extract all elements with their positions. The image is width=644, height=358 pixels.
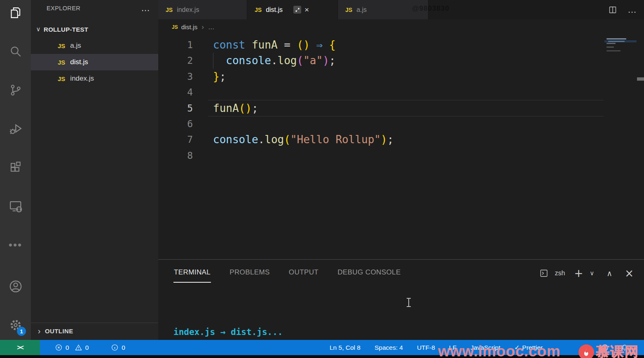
sidebar-title: EXPLORER — [47, 5, 80, 12]
js-file-icon: JS — [345, 7, 352, 13]
close-panel-icon[interactable]: × — [625, 267, 634, 279]
folder-name: ROLLUP-TEST — [44, 26, 88, 33]
tab-terminal[interactable]: TERMINAL — [173, 265, 211, 283]
explorer-sidebar: EXPLORER … ∨ ROLLUP-TEST JS a.js JS dist… — [31, 0, 158, 340]
window-bottom-edge — [0, 355, 644, 358]
js-file-icon: JS — [166, 7, 173, 13]
breadcrumb[interactable]: JS dist.js › … — [158, 19, 644, 35]
encoding[interactable]: UTF-8 — [417, 344, 435, 351]
code-line: 8 — [158, 148, 644, 163]
split-editor-icon[interactable] — [608, 5, 618, 15]
settings-gear-icon[interactable]: 1 — [0, 314, 31, 337]
status-bar: >< 0 0 0 Ln 5, Col 8 Spaces: 4 UTF-8 LF … — [0, 340, 644, 355]
file-dist-js[interactable]: JS dist.js — [31, 54, 158, 70]
maximize-panel-icon[interactable]: ∧ — [607, 269, 612, 278]
breadcrumb-symbol[interactable]: … — [208, 23, 215, 31]
terminal-line: index.js → dist.js... — [173, 326, 294, 338]
broadcast-icon — [111, 344, 119, 351]
eol-sequence[interactable]: LF — [449, 344, 457, 351]
language-mode[interactable]: JavaScript — [471, 344, 500, 351]
cursor-position[interactable]: Ln 5, Col 8 — [330, 344, 361, 351]
tab-output[interactable]: OUTPUT — [288, 265, 319, 283]
js-file-icon: JS — [255, 7, 262, 13]
sidebar-more-icon[interactable]: … — [141, 6, 150, 10]
warning-count[interactable]: 0 — [85, 344, 89, 351]
new-terminal-icon[interactable]: + — [574, 267, 583, 279]
outline-section[interactable]: › OUTLINE — [31, 323, 158, 339]
bottom-panel: TERMINAL PROBLEMS OUTPUT DEBUG CONSOLE z… — [158, 259, 644, 340]
extensions-icon[interactable] — [0, 156, 31, 179]
ellipsis-icon: ••• — [9, 239, 22, 251]
run-debug-icon[interactable] — [0, 117, 31, 140]
breadcrumb-file[interactable]: dist.js — [181, 23, 198, 31]
activity-bar: ••• 1 — [0, 0, 31, 340]
js-file-icon: JS — [58, 59, 65, 66]
code-line: 1const funA = () ⇒ { — [158, 37, 644, 53]
code-line: 6 — [158, 116, 644, 132]
feedback-icon[interactable] — [601, 344, 609, 352]
code-line: 7console.log("Hello Rollup"); — [158, 132, 644, 147]
close-icon[interactable]: × — [304, 6, 309, 14]
mouse-ibeam-cursor — [406, 298, 411, 307]
vscode-window: ••• 1 EXPLORER … ∨ ROLLUP-TEST JS a.js J… — [0, 0, 644, 358]
account-icon[interactable] — [0, 275, 31, 298]
folder-rollup-test[interactable]: ∨ ROLLUP-TEST — [31, 21, 158, 37]
code-line: 2 console.log("a"); — [158, 53, 644, 68]
search-icon[interactable] — [0, 40, 31, 63]
formatter-status[interactable]: ✓Prettier — [514, 344, 543, 351]
explorer-icon[interactable] — [0, 1, 31, 24]
code-line-current: 5funA(); — [158, 100, 644, 116]
editor-tab-bar: JS index.js JS dist.js × JS a.js @980383… — [158, 0, 644, 19]
error-count[interactable]: 0 — [66, 344, 69, 351]
remote-explorer-icon[interactable] — [0, 195, 31, 218]
settings-badge: 1 — [17, 327, 26, 336]
warning-icon — [75, 344, 82, 351]
file-index-js[interactable]: JS index.js — [31, 70, 158, 87]
code-line: 3}; — [158, 69, 644, 84]
tab-debug-console[interactable]: DEBUG CONSOLE — [337, 265, 401, 283]
js-file-icon: JS — [172, 24, 178, 30]
tab-index-js[interactable]: JS index.js — [158, 0, 247, 19]
chevron-right-icon: › — [34, 326, 44, 336]
minimap[interactable] — [604, 36, 637, 90]
js-file-icon: JS — [58, 75, 65, 82]
bell-icon[interactable] — [621, 344, 629, 352]
error-icon — [55, 344, 63, 351]
file-a-js[interactable]: JS a.js — [31, 37, 158, 54]
chevron-down-icon: ∨ — [33, 26, 44, 33]
tab-dist-js[interactable]: JS dist.js × — [247, 0, 338, 19]
breadcrumb-separator-icon: › — [201, 23, 204, 31]
tab-problems[interactable]: PROBLEMS — [229, 265, 270, 283]
terminal-dropdown-icon[interactable]: ∨ — [590, 270, 594, 277]
shell-label[interactable]: zsh — [555, 270, 565, 277]
indentation[interactable]: Spaces: 4 — [375, 344, 403, 351]
code-editor[interactable]: 1const funA = () ⇒ { 2 console.log("a");… — [158, 35, 644, 259]
terminal-icon — [539, 269, 548, 278]
code-line: 4 — [158, 84, 644, 100]
remote-indicator[interactable]: >< — [0, 340, 40, 355]
broadcast-count[interactable]: 0 — [122, 344, 125, 351]
restore-editor-icon[interactable] — [293, 6, 301, 14]
js-file-icon: JS — [58, 42, 65, 49]
more-views-icon[interactable]: ••• — [0, 233, 31, 256]
check-icon: ✓ — [514, 344, 520, 351]
overview-ruler-mark — [637, 77, 644, 81]
source-control-icon[interactable] — [0, 79, 31, 102]
editor-more-icon[interactable]: … — [628, 5, 637, 15]
recording-watermark: @9803830 — [412, 5, 450, 13]
remote-icon: >< — [17, 344, 23, 351]
